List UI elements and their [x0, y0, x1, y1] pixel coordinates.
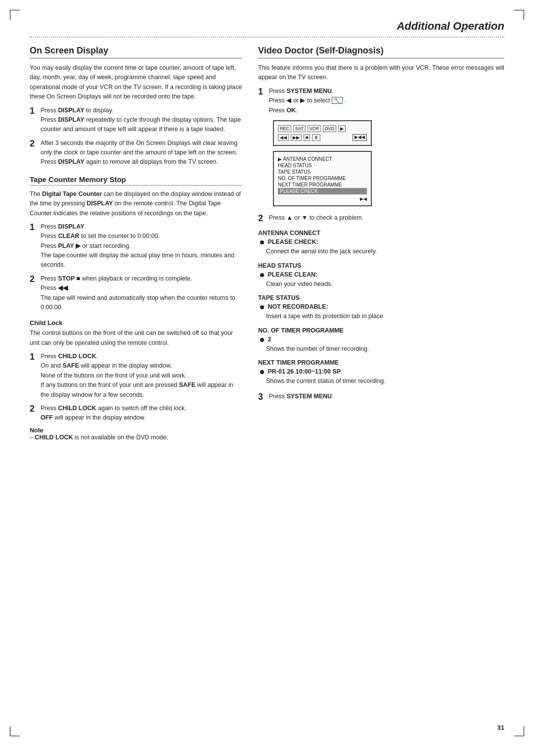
- cl-step-2: 2 Press CHILD LOCK again to switch off t…: [30, 404, 242, 423]
- screen-bottom-diagram: ▶ ANTENNA CONNECT HEAD STATUS TAPE STATU…: [273, 151, 372, 206]
- diag-next-timer-heading: NEXT TIMER PROGRAMME: [258, 359, 504, 366]
- tc-step-1: 1 Press DISPLAY. Press CLEAR to set the …: [30, 222, 242, 270]
- vd-step-1-content: Press SYSTEM MENU. Press ◀ or ▶ to selec…: [269, 87, 504, 115]
- cl-off-bold: OFF: [41, 414, 53, 421]
- diag-tape-status: TAPE STATUS NOT RECORDABLE: Insert a tap…: [258, 294, 504, 321]
- menu-row-next-timer: NEXT TIMER PROGRAMME: [278, 182, 367, 188]
- tc-clear-bold: CLEAR: [58, 233, 79, 239]
- tc-step-2: 2 Press STOP ■ when playback or recordin…: [30, 274, 242, 313]
- tc-display-bold: DISPLAY: [58, 223, 84, 230]
- diag-tape-bullet: NOT RECORDABLE: Insert a tape with its p…: [260, 302, 504, 321]
- diag-timer-num-desc: Shows the number of timer recording.: [266, 345, 369, 352]
- tc-step-2-number: 2: [30, 274, 38, 285]
- diag-antenna-connect: ANTENNA CONNECT PLEASE CHECK: Connect th…: [258, 230, 504, 256]
- screen-icons-row: REC SAT VCR DVD ▶: [278, 125, 367, 132]
- cl-step-1-content: Press CHILD LOCK. On and SAFE will appea…: [41, 352, 242, 400]
- tape-counter-display-bold: DISPLAY: [87, 200, 113, 207]
- video-doctor-intro: This feature informs you that there is a…: [258, 63, 504, 83]
- menu-row-please-check: PLEASE CHECK: [278, 188, 367, 194]
- bullet-dot-head: [260, 273, 264, 277]
- tc-stop-bold: STOP ■: [58, 275, 80, 282]
- vd-sysmenu-bold-1: SYSTEM MENU: [286, 88, 332, 94]
- corner-mark-tr: [514, 10, 524, 20]
- vd-step-3: 3 Press SYSTEM MENU.: [258, 392, 504, 403]
- osd-step-1-content: Press DISPLAY to display. Press DISPLAY …: [41, 106, 242, 135]
- diag-antenna-bullet: PLEASE CHECK: Connect the aerial into th…: [260, 237, 504, 256]
- tape-counter-bold: Digital Tape Counter: [42, 190, 102, 197]
- diag-timer-num: NO. OF TIMER PROGRAMME 2 Shows the numbe…: [258, 327, 504, 354]
- right-column: Video Doctor (Self-Diagnosis) This featu…: [258, 46, 504, 407]
- cl-step-1-number: 1: [30, 352, 38, 363]
- diag-head-heading: HEAD STATUS: [258, 262, 504, 269]
- page-container: Additional Operation On Screen Display Y…: [0, 0, 534, 756]
- diag-tape-bold: NOT RECORDABLE:: [267, 303, 328, 310]
- diag-timer-num-bold: 2: [267, 336, 271, 343]
- diag-next-timer-desc: Shows the current status of timer record…: [266, 378, 386, 384]
- two-column-layout: On Screen Display You may easily display…: [30, 46, 504, 441]
- tape-counter-intro: The Digital Tape Counter can be displaye…: [30, 189, 242, 218]
- cl-on-italic: On: [41, 362, 49, 369]
- bullet-dot-antenna: [260, 240, 264, 244]
- vd-step-1-number: 1: [258, 87, 266, 97]
- diag-tape-heading: TAPE STATUS: [258, 294, 504, 301]
- diag-antenna-heading: ANTENNA CONNECT: [258, 230, 504, 236]
- osd-step-2-number: 2: [30, 139, 38, 149]
- bullet-dot-timer: [260, 338, 264, 342]
- diag-head-status: HEAD STATUS PLEASE CLEAN: Clean your vid…: [258, 262, 504, 289]
- menu-row-timer-num: NO. OF TIMER PROGRAMME: [278, 175, 367, 182]
- diag-head-bullet: PLEASE CLEAN: Clean your video heads.: [260, 270, 504, 289]
- child-lock-heading: Child Lock: [30, 319, 242, 327]
- screen-icon-extra3: ■: [304, 134, 310, 141]
- osd-step-1: 1 Press DISPLAY to display. Press DISPLA…: [30, 106, 242, 135]
- screen-icon-rec: REC: [278, 125, 291, 132]
- screen-icon-extra2: ▶▶: [291, 134, 302, 141]
- page-number: 31: [497, 724, 504, 731]
- diag-next-timer-bullet: PR-01 26 10:00~11:00 SP Shows the curren…: [260, 367, 504, 386]
- on-screen-display-heading: On Screen Display: [30, 46, 242, 58]
- note-section: Note – CHILD LOCK is not available on th…: [30, 427, 242, 441]
- vd-select-icon: 🔧: [332, 97, 343, 104]
- corner-mark-tl: [10, 10, 20, 20]
- cl-safe-bold-1: SAFE: [63, 362, 79, 369]
- osd-display-bold-2: DISPLAY: [58, 116, 84, 123]
- left-column: On Screen Display You may easily display…: [30, 46, 242, 441]
- screen-icon-dvd: DVD: [323, 125, 336, 132]
- diag-next-timer-bold: PR-01 26 10:00~11:00 SP: [267, 368, 341, 375]
- tc-play-bold: PLAY ▶: [58, 242, 80, 249]
- note-heading: Note: [30, 427, 44, 434]
- tc-step-1-number: 1: [30, 222, 38, 233]
- vd-ok-bold: OK: [286, 107, 296, 114]
- screen-top-diagram: REC SAT VCR DVD ▶ ◀◀ ▶▶ ■ ⏸ ▶◀◀: [273, 120, 372, 146]
- osd-display-bold-1: DISPLAY: [58, 107, 84, 114]
- osd-display-bold-3: DISPLAY: [58, 158, 84, 165]
- vd-sysmenu-bold-3: SYSTEM MENU: [286, 393, 332, 400]
- tape-counter-heading: Tape Counter Memory Stop: [30, 175, 242, 186]
- screen-icon-extra1: ◀◀: [278, 134, 289, 141]
- vd-step-3-content: Press SYSTEM MENU.: [269, 392, 504, 401]
- menu-row-head: HEAD STATUS: [278, 162, 367, 169]
- bullet-dot-next-timer: [260, 370, 264, 374]
- cl-childlock-bold: CHILD LOCK: [58, 353, 96, 360]
- cl-safe-bold-2: SAFE: [179, 381, 195, 388]
- cl-step-2-number: 2: [30, 404, 38, 415]
- tc-step-2-content: Press STOP ■ when playback or recording …: [41, 274, 242, 313]
- osd-step-1-number: 1: [30, 106, 38, 117]
- screen-bottom-icon: ▶◀: [278, 196, 367, 201]
- diag-timer-num-heading: NO. OF TIMER PROGRAMME: [258, 327, 504, 334]
- screen-icon-play: ▶: [338, 125, 346, 132]
- child-lock-section: Child Lock The control buttons on the fr…: [30, 319, 242, 440]
- osd-step-2: 2 After 3 seconds the majority of the On…: [30, 139, 242, 167]
- vd-step-1: 1 Press SYSTEM MENU. Press ◀ or ▶ to sel…: [258, 87, 504, 115]
- cl-childlock-bold-2: CHILD LOCK: [58, 405, 96, 412]
- screen-icon-vcr: VCR: [308, 125, 321, 132]
- corner-mark-bl: [10, 726, 20, 736]
- video-doctor-heading: Video Doctor (Self-Diagnosis): [258, 46, 504, 58]
- on-screen-display-intro: You may easily display the current time …: [30, 63, 242, 102]
- screen-diagram-area: REC SAT VCR DVD ▶ ◀◀ ▶▶ ■ ⏸ ▶◀◀: [273, 120, 372, 206]
- bullet-dot-tape: [260, 305, 264, 309]
- diag-tape-desc: Insert a tape with its protection tab in…: [266, 313, 383, 320]
- diag-next-timer: NEXT TIMER PROGRAMME PR-01 26 10:00~11:0…: [258, 359, 504, 386]
- screen-icon-sat: SAT: [293, 125, 306, 132]
- tc-step-1-content: Press DISPLAY. Press CLEAR to set the co…: [41, 222, 242, 270]
- vd-step-3-number: 3: [258, 392, 266, 403]
